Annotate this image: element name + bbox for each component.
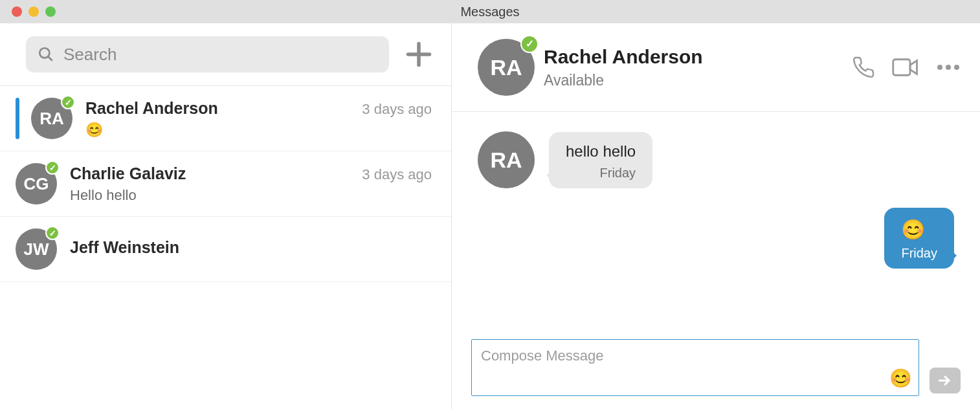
message-row-incoming: RA hello hello Friday bbox=[478, 131, 954, 188]
close-window-button[interactable] bbox=[12, 6, 22, 17]
message-text: hello hello bbox=[566, 142, 636, 160]
avatar: RA ✓ bbox=[478, 39, 535, 96]
chat-contact-name: Rachel Anderson bbox=[544, 46, 852, 68]
avatar-initials: RA bbox=[490, 148, 522, 173]
message-time: Friday bbox=[566, 166, 636, 181]
more-icon bbox=[936, 63, 961, 71]
avatar-initials: RA bbox=[39, 109, 64, 129]
svg-point-5 bbox=[937, 65, 942, 70]
conversation-list: RA ✓ Rachel Anderson 3 days ago 😊 CG ✓ bbox=[0, 86, 451, 409]
smile-icon: 😊 bbox=[889, 368, 912, 388]
svg-point-7 bbox=[954, 65, 959, 70]
plus-icon bbox=[405, 40, 433, 69]
conversation-preview: Hello hello bbox=[70, 187, 432, 204]
sidebar-top bbox=[0, 23, 451, 86]
send-arrow-icon bbox=[937, 374, 953, 387]
avatar-initials: CG bbox=[24, 174, 49, 194]
conversation-item[interactable]: CG ✓ Charlie Galaviz 3 days ago Hello he… bbox=[0, 151, 451, 217]
svg-line-1 bbox=[48, 56, 52, 61]
svg-rect-4 bbox=[893, 60, 910, 76]
zoom-window-button[interactable] bbox=[45, 6, 56, 17]
svg-point-6 bbox=[946, 65, 951, 70]
presence-available-icon: ✓ bbox=[45, 160, 60, 175]
emoji-picker-button[interactable]: 😊 bbox=[889, 368, 912, 389]
traffic-lights bbox=[12, 6, 56, 17]
avatar-initials: RA bbox=[490, 55, 522, 80]
avatar: RA ✓ bbox=[31, 98, 72, 139]
more-button[interactable] bbox=[936, 63, 961, 71]
message-text: 😊 bbox=[901, 218, 937, 241]
conversation-item[interactable]: JW ✓ Jeff Weinstein bbox=[0, 217, 451, 282]
compose-area: 😊 bbox=[452, 339, 980, 409]
svg-point-0 bbox=[39, 48, 49, 58]
search-input[interactable] bbox=[63, 45, 377, 65]
search-icon bbox=[38, 46, 54, 63]
conversation-name: Charlie Galaviz bbox=[70, 164, 186, 183]
message-bubble: hello hello Friday bbox=[549, 132, 652, 188]
message-row-outgoing: 😊 Friday bbox=[478, 208, 954, 269]
chat-contact-status: Available bbox=[544, 72, 852, 89]
window-title: Messages bbox=[0, 5, 980, 19]
conversation-sidebar: RA ✓ Rachel Anderson 3 days ago 😊 CG ✓ bbox=[0, 23, 452, 409]
conversation-item[interactable]: RA ✓ Rachel Anderson 3 days ago 😊 bbox=[0, 86, 451, 151]
phone-icon bbox=[852, 56, 875, 79]
chat-pane: RA ✓ Rachel Anderson Available bbox=[452, 23, 980, 409]
compose-box[interactable]: 😊 bbox=[471, 339, 919, 396]
call-button[interactable] bbox=[852, 56, 875, 79]
compose-input[interactable] bbox=[472, 340, 919, 395]
chat-message-list: RA hello hello Friday 😊 Friday bbox=[452, 112, 980, 339]
conversation-name: Rachel Anderson bbox=[85, 99, 218, 118]
conversation-name: Jeff Weinstein bbox=[70, 238, 179, 257]
presence-available-icon: ✓ bbox=[520, 35, 539, 53]
avatar-initials: JW bbox=[24, 239, 49, 260]
avatar: CG ✓ bbox=[16, 163, 57, 204]
presence-available-icon: ✓ bbox=[45, 226, 60, 240]
minimize-window-button[interactable] bbox=[28, 6, 39, 17]
title-bar: Messages bbox=[0, 0, 980, 23]
avatar: JW ✓ bbox=[16, 228, 57, 270]
chat-header: RA ✓ Rachel Anderson Available bbox=[452, 23, 980, 112]
video-call-button[interactable] bbox=[892, 58, 919, 77]
search-box[interactable] bbox=[26, 36, 389, 72]
new-conversation-button[interactable] bbox=[401, 36, 437, 72]
presence-available-icon: ✓ bbox=[61, 95, 75, 109]
chat-actions bbox=[852, 56, 961, 79]
message-time: Friday bbox=[901, 246, 937, 261]
video-icon bbox=[892, 58, 919, 77]
conversation-time: 3 days ago bbox=[362, 166, 432, 183]
message-bubble: 😊 Friday bbox=[884, 208, 954, 269]
avatar: RA bbox=[478, 131, 535, 188]
conversation-time: 3 days ago bbox=[362, 101, 432, 118]
send-button[interactable] bbox=[930, 368, 961, 393]
conversation-preview: 😊 bbox=[85, 122, 432, 138]
